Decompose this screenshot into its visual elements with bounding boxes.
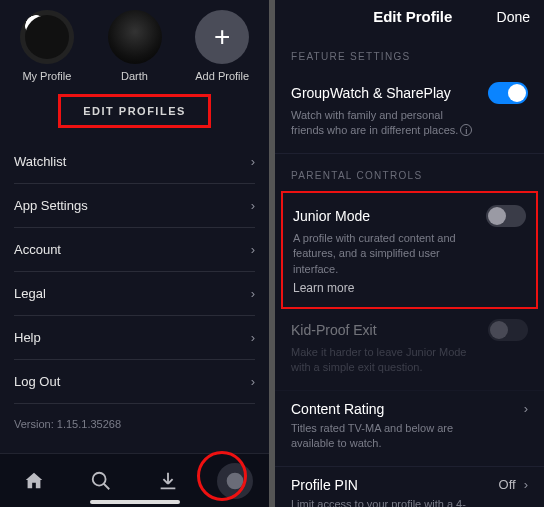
setting-title: Junior Mode — [293, 208, 370, 224]
setting-desc: Watch with family and personal friends w… — [291, 108, 528, 139]
learn-more-link[interactable]: Learn more — [293, 281, 526, 295]
svg-line-1 — [104, 483, 110, 489]
setting-content-rating[interactable]: Content Rating › Titles rated TV-MA and … — [275, 391, 544, 467]
version-label: Version: 1.15.1.35268 — [0, 404, 269, 444]
setting-desc: Limit access to your profile with a 4-di… — [291, 497, 528, 507]
nav-title: Edit Profile — [329, 8, 497, 25]
plus-icon: + — [195, 10, 249, 64]
svg-point-0 — [93, 472, 106, 485]
junior-mode-toggle[interactable] — [486, 205, 526, 227]
home-indicator — [90, 500, 180, 504]
menu-app-settings[interactable]: App Settings › — [14, 184, 255, 228]
setting-desc: Make it harder to leave Junior Mode with… — [291, 345, 528, 376]
groupwatch-toggle[interactable] — [488, 82, 528, 104]
chevron-right-icon: › — [251, 154, 255, 169]
setting-desc: Titles rated TV-MA and below are availab… — [291, 421, 528, 452]
profile-label: My Profile — [22, 70, 71, 82]
kid-proof-toggle[interactable] — [488, 319, 528, 341]
setting-groupwatch: GroupWatch & SharePlay Watch with family… — [275, 72, 544, 154]
profile-label: Add Profile — [195, 70, 249, 82]
menu-label: Account — [14, 242, 61, 257]
profile-darth[interactable]: Darth — [100, 10, 170, 82]
info-icon[interactable]: i — [460, 124, 472, 136]
add-profile-button[interactable]: + Add Profile — [187, 10, 257, 82]
search-icon — [90, 470, 112, 492]
download-icon — [157, 470, 179, 492]
tab-home[interactable] — [14, 461, 54, 501]
edit-profile-screen: Edit Profile Done FEATURE SETTINGS Group… — [275, 0, 544, 507]
tab-search[interactable] — [81, 461, 121, 501]
edit-profiles-button[interactable]: EDIT PROFILES — [60, 96, 209, 126]
profile-my-profile[interactable]: My Profile — [12, 10, 82, 82]
menu-label: Help — [14, 330, 41, 345]
setting-title: Kid-Proof Exit — [291, 322, 377, 338]
menu-account[interactable]: Account › — [14, 228, 255, 272]
setting-title: Content Rating — [291, 401, 384, 417]
section-parental-controls: PARENTAL CONTROLS — [275, 154, 544, 191]
chevron-right-icon: › — [251, 330, 255, 345]
menu-list: Watchlist › App Settings › Account › Leg… — [0, 140, 269, 404]
profiles-row: My Profile Darth + Add Profile — [0, 0, 269, 90]
nav-bar: Edit Profile Done — [275, 0, 544, 35]
pin-value: Off — [499, 477, 516, 492]
profile-label: Darth — [121, 70, 148, 82]
menu-log-out[interactable]: Log Out › — [14, 360, 255, 404]
svg-point-2 — [227, 472, 244, 489]
chevron-right-icon: › — [251, 286, 255, 301]
chevron-right-icon: › — [251, 242, 255, 257]
settings-screen: My Profile Darth + Add Profile EDIT PROF… — [0, 0, 269, 507]
menu-help[interactable]: Help › — [14, 316, 255, 360]
home-icon — [23, 470, 45, 492]
setting-profile-pin[interactable]: Profile PIN Off › Limit access to your p… — [275, 467, 544, 507]
chevron-right-icon: › — [251, 374, 255, 389]
menu-watchlist[interactable]: Watchlist › — [14, 140, 255, 184]
section-feature-settings: FEATURE SETTINGS — [275, 35, 544, 72]
chevron-right-icon: › — [251, 198, 255, 213]
setting-kid-proof-exit: Kid-Proof Exit Make it harder to leave J… — [275, 309, 544, 391]
profile-avatar-icon — [217, 463, 253, 499]
menu-legal[interactable]: Legal › — [14, 272, 255, 316]
setting-title: Profile PIN — [291, 477, 358, 493]
done-button[interactable]: Done — [497, 9, 530, 25]
avatar-darth-icon — [108, 10, 162, 64]
avatar-mickey-icon — [20, 10, 74, 64]
chevron-right-icon: › — [524, 477, 528, 492]
menu-label: Legal — [14, 286, 46, 301]
tab-downloads[interactable] — [148, 461, 188, 501]
setting-title: GroupWatch & SharePlay — [291, 85, 451, 101]
tab-bar — [0, 453, 269, 507]
setting-desc: A profile with curated content and featu… — [293, 231, 526, 277]
menu-label: Log Out — [14, 374, 60, 389]
menu-label: App Settings — [14, 198, 88, 213]
tab-profile[interactable] — [215, 461, 255, 501]
setting-junior-mode: Junior Mode A profile with curated conte… — [281, 191, 538, 309]
chevron-right-icon: › — [524, 401, 528, 416]
menu-label: Watchlist — [14, 154, 66, 169]
